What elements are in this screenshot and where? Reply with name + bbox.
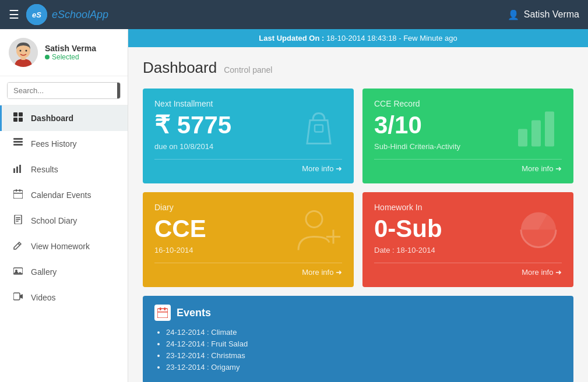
user-icon-nav: 👤 bbox=[508, 9, 519, 20]
card-cce-record[interactable]: CCE Record 3/10 Sub-Hindi Criteria-Activ… bbox=[362, 89, 573, 183]
svg-rect-22 bbox=[16, 217, 20, 218]
svg-rect-10 bbox=[19, 118, 23, 122]
nav-menu: Dashboard Fees History bbox=[0, 105, 128, 382]
svg-rect-11 bbox=[13, 138, 23, 140]
search-box: 🔍 bbox=[0, 76, 128, 105]
events-title: Events bbox=[177, 307, 211, 319]
svg-rect-38 bbox=[160, 307, 161, 310]
card-next-installment[interactable]: Next Installment ₹ 5775 due on 10/8/2014… bbox=[143, 89, 354, 183]
navbar: ☰ eS eSchoolApp 👤 Satish Verma bbox=[0, 0, 588, 29]
svg-rect-15 bbox=[16, 167, 18, 173]
card-homework[interactable]: Homework In 0-Sub Date : 18-10-2014 More… bbox=[362, 192, 573, 287]
sidebar-status: Selected bbox=[45, 53, 96, 61]
sidebar: Satish Verma Selected 🔍 bbox=[0, 29, 128, 382]
svg-point-6 bbox=[26, 50, 27, 52]
svg-rect-16 bbox=[19, 165, 21, 173]
logo-area: eS eSchoolApp bbox=[26, 4, 108, 25]
main-content: Last Updated On : 18-10-2014 18:43:18 - … bbox=[128, 29, 588, 382]
card-footer-cce: More info ➜ bbox=[374, 159, 562, 173]
sidebar-username: Satish Verma bbox=[45, 44, 96, 53]
svg-rect-19 bbox=[19, 189, 20, 192]
status-dot bbox=[45, 55, 50, 59]
sidebar-item-calendar-label: Calendar Events bbox=[31, 190, 91, 200]
svg-point-5 bbox=[20, 50, 22, 52]
update-datetime: 18-10-2014 18:43:18 bbox=[326, 34, 397, 43]
events-panel: Events 24-12-2014 : Climate 24-12-2014 :… bbox=[143, 296, 573, 382]
sidebar-item-results[interactable]: Results bbox=[0, 157, 128, 182]
svg-point-33 bbox=[306, 211, 322, 227]
bar-chart-icon bbox=[515, 102, 562, 158]
app-name: eSchoolApp bbox=[52, 9, 108, 21]
svg-rect-31 bbox=[531, 120, 541, 146]
sidebar-item-videos[interactable]: Videos bbox=[0, 285, 128, 310]
homework-icon bbox=[12, 240, 24, 252]
sidebar-item-school-diary[interactable]: School Diary bbox=[0, 208, 128, 234]
page-header: Dashboard Control panel bbox=[143, 59, 573, 77]
calendar-icon bbox=[12, 189, 24, 201]
svg-rect-30 bbox=[518, 129, 527, 146]
svg-rect-40 bbox=[157, 312, 168, 313]
svg-rect-24 bbox=[16, 221, 19, 222]
svg-rect-28 bbox=[13, 293, 20, 300]
sidebar-item-fees-label: Fees History bbox=[31, 139, 77, 148]
bag-icon bbox=[295, 102, 342, 158]
svg-rect-39 bbox=[164, 307, 166, 310]
user-info: Satish Verma Selected bbox=[45, 44, 96, 61]
card-footer-diary: More info ➜ bbox=[154, 263, 342, 277]
videos-icon bbox=[12, 292, 24, 303]
svg-rect-20 bbox=[13, 193, 23, 194]
events-calendar-icon bbox=[154, 305, 171, 321]
svg-rect-32 bbox=[545, 111, 554, 146]
svg-rect-7 bbox=[13, 112, 17, 116]
events-header: Events bbox=[154, 305, 562, 321]
events-list: 24-12-2014 : Climate 24-12-2014 : Fruit … bbox=[154, 328, 562, 372]
navbar-username: Satish Verma bbox=[524, 9, 579, 20]
svg-text:eS: eS bbox=[32, 10, 41, 19]
svg-rect-18 bbox=[16, 189, 17, 192]
update-prefix: Last Updated On : bbox=[259, 34, 324, 43]
svg-rect-29 bbox=[315, 125, 323, 132]
navbar-left: ☰ eS eSchoolApp bbox=[9, 4, 108, 25]
search-input[interactable] bbox=[8, 83, 117, 98]
app-body: Satish Verma Selected 🔍 bbox=[0, 29, 588, 382]
page-title: Dashboard bbox=[143, 59, 217, 77]
user-profile: Satish Verma Selected bbox=[0, 29, 128, 76]
page-subtitle: Control panel bbox=[224, 65, 272, 75]
sidebar-item-calendar[interactable]: Calendar Events bbox=[0, 182, 128, 208]
gallery-icon bbox=[12, 266, 24, 278]
school-diary-icon bbox=[12, 215, 24, 227]
svg-rect-23 bbox=[16, 219, 20, 220]
sidebar-item-gallery[interactable]: Gallery bbox=[0, 259, 128, 285]
sidebar-item-homework-label: View Homework bbox=[31, 242, 90, 251]
svg-rect-13 bbox=[13, 144, 23, 146]
navbar-right: 👤 Satish Verma bbox=[508, 9, 579, 20]
sidebar-item-homework[interactable]: View Homework bbox=[0, 234, 128, 259]
list-item: 24-12-2014 : Fruit Salad bbox=[166, 339, 562, 348]
svg-rect-37 bbox=[157, 309, 168, 318]
sidebar-item-videos-label: Videos bbox=[31, 293, 56, 302]
cards-grid: Next Installment ₹ 5775 due on 10/8/2014… bbox=[143, 89, 573, 287]
svg-rect-8 bbox=[19, 112, 23, 116]
search-button[interactable]: 🔍 bbox=[117, 83, 121, 98]
svg-rect-17 bbox=[13, 190, 23, 199]
sidebar-item-dashboard-label: Dashboard bbox=[31, 114, 73, 123]
hamburger-icon[interactable]: ☰ bbox=[9, 8, 19, 22]
update-bar: Last Updated On : 18-10-2014 18:43:18 - … bbox=[128, 29, 588, 47]
person-add-icon bbox=[295, 206, 342, 262]
sidebar-item-diary-label: School Diary bbox=[31, 216, 77, 225]
logo-image: eS bbox=[26, 4, 47, 25]
pie-chart-icon bbox=[515, 206, 562, 262]
svg-line-25 bbox=[18, 243, 20, 245]
card-footer-installment: More info ➜ bbox=[154, 159, 342, 173]
card-footer-homework: More info ➜ bbox=[374, 263, 562, 277]
avatar bbox=[9, 38, 38, 67]
sidebar-item-fees-history[interactable]: Fees History bbox=[0, 131, 128, 157]
results-icon bbox=[12, 164, 24, 175]
sidebar-item-dashboard[interactable]: Dashboard bbox=[0, 105, 128, 131]
sidebar-item-results-label: Results bbox=[31, 165, 58, 174]
search-input-wrap: 🔍 bbox=[7, 82, 121, 99]
card-diary[interactable]: Diary CCE 16-10-2014 More info ➜ bbox=[143, 192, 354, 287]
list-item: 23-12-2014 : Christmas bbox=[166, 351, 562, 360]
list-item: 24-12-2014 : Climate bbox=[166, 328, 562, 337]
update-suffix: - Few Minute ago bbox=[399, 34, 457, 43]
